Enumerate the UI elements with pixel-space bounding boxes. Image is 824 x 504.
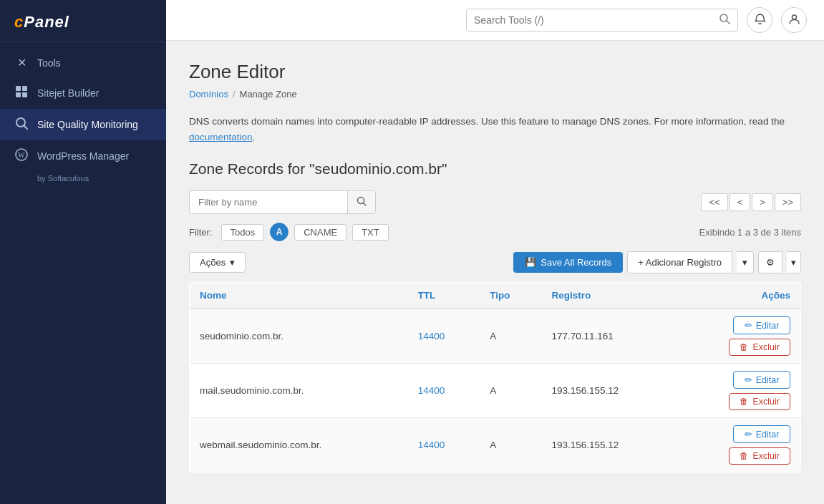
ttl-link[interactable]: 14400 (418, 331, 445, 341)
add-record-button[interactable]: + Adicionar Registro (627, 251, 732, 273)
bell-icon (754, 13, 766, 28)
sidebar: cPanel ✕ Tools Sitejet Builder Site Qual… (0, 0, 166, 504)
right-actions: 💾 Save All Records + Adicionar Registro … (513, 251, 801, 273)
search-container (466, 9, 738, 32)
sitejet-icon (14, 85, 29, 101)
filter-input[interactable] (190, 192, 347, 213)
search-icon (719, 14, 730, 26)
delete-icon: 🗑 (740, 397, 749, 407)
sidebar-nav: ✕ Tools Sitejet Builder Site Quality Mon… (0, 42, 166, 190)
gear-dropdown-icon: ▾ (791, 257, 796, 268)
zone-records-title: Zone Records for "seudominio.com.br" (189, 160, 801, 178)
documentation-link[interactable]: documentation (189, 132, 253, 142)
sidebar-item-label: WordPress Manager (37, 150, 129, 162)
filter-left (189, 190, 376, 214)
user-button[interactable] (781, 7, 807, 33)
edit-icon: ✏ (745, 320, 752, 331)
add-record-dropdown-button[interactable]: ▾ (737, 251, 754, 273)
sidebar-item-sitejet[interactable]: Sitejet Builder (0, 77, 166, 109)
edit-label: Editar (756, 375, 780, 385)
table-row: seudominio.com.br. 14400 A 177.70.11.161… (190, 309, 801, 364)
save-all-records-button[interactable]: 💾 Save All Records (513, 252, 623, 273)
breadcrumb-link-dominios[interactable]: Domínios (189, 89, 228, 100)
sidebar-item-label: Tools (37, 57, 61, 69)
gear-button[interactable]: ⚙ (758, 251, 782, 273)
wordpress-top-row: W WordPress Manager (14, 148, 129, 164)
save-icon: 💾 (525, 257, 536, 268)
exibindo-text: Exibindo 1 a 3 de 3 itens (699, 227, 801, 238)
delete-icon: 🗑 (740, 451, 749, 461)
pagination-next[interactable]: > (752, 193, 773, 211)
topbar (166, 0, 824, 41)
description-text: DNS converts domain names into computer-… (189, 114, 801, 145)
col-header-nome: Nome (190, 283, 408, 309)
cell-registro: 177.70.11.161 (542, 309, 676, 364)
delete-button[interactable]: 🗑 Excluir (729, 339, 790, 356)
cell-acoes: ✏ Editar 🗑 Excluir (676, 364, 801, 418)
table-body: seudominio.com.br. 14400 A 177.70.11.161… (190, 309, 801, 472)
sidebar-item-tools[interactable]: ✕ Tools (0, 48, 166, 77)
cell-nome: webmail.seudominio.com.br. (190, 418, 408, 472)
add-record-label: + Adicionar Registro (638, 257, 722, 268)
save-all-label: Save All Records (541, 257, 611, 268)
acoes-chevron-icon: ▾ (230, 257, 235, 268)
cell-nome: seudominio.com.br. (190, 309, 408, 364)
acoes-label: Ações (200, 257, 226, 268)
pagination-prev[interactable]: < (730, 193, 751, 211)
cell-tipo: A (480, 418, 541, 472)
cell-tipo: A (480, 309, 541, 364)
cell-ttl: 14400 (408, 309, 480, 364)
ttl-link[interactable]: 14400 (418, 440, 445, 450)
acoes-button[interactable]: Ações ▾ (189, 252, 246, 273)
svg-line-9 (727, 21, 730, 24)
gear-dropdown-button[interactable]: ▾ (787, 251, 801, 273)
search-input[interactable] (474, 9, 719, 31)
edit-label: Editar (756, 430, 780, 440)
sidebar-item-wordpress[interactable]: W WordPress Manager by Softaculous (0, 140, 166, 190)
cell-ttl: 14400 (408, 364, 480, 418)
cell-tipo: A (480, 364, 541, 418)
col-header-registro: Registro (542, 283, 676, 309)
edit-button[interactable]: ✏ Editar (733, 425, 790, 443)
filter-row: << < > >> (189, 190, 801, 214)
cell-ttl: 14400 (408, 418, 480, 472)
cell-acoes: ✏ Editar 🗑 Excluir (676, 309, 801, 364)
svg-text:W: W (18, 151, 25, 159)
filter-search-button[interactable] (347, 191, 375, 213)
search-icon-button[interactable] (719, 13, 730, 27)
col-header-tipo: Tipo (480, 283, 541, 309)
svg-line-5 (24, 126, 28, 130)
table-row: mail.seudominio.com.br. 14400 A 193.156.… (190, 364, 801, 418)
wordpress-icon: W (14, 148, 29, 164)
delete-button[interactable]: 🗑 Excluir (729, 447, 790, 465)
main-content: Zone Editor Domínios / Manage Zone DNS c… (166, 0, 824, 504)
breadcrumb: Domínios / Manage Zone (189, 89, 801, 100)
col-header-acoes: Ações (676, 283, 801, 309)
delete-label: Excluir (752, 342, 780, 352)
add-record-dropdown-icon: ▾ (742, 257, 747, 268)
edit-button[interactable]: ✏ Editar (733, 316, 790, 334)
filter-tag-cname[interactable]: CNAME (294, 224, 346, 241)
filter-label: Filter: (189, 227, 213, 238)
edit-icon: ✏ (745, 374, 752, 385)
pagination-first[interactable]: << (701, 193, 727, 211)
delete-label: Excluir (752, 397, 780, 407)
breadcrumb-current: Manage Zone (240, 89, 297, 100)
row-actions: ✏ Editar 🗑 Excluir (686, 316, 791, 356)
ttl-link[interactable]: 14400 (418, 385, 445, 396)
pagination-last[interactable]: >> (775, 193, 801, 211)
wordpress-sublabel: by Softaculous (14, 174, 89, 183)
bell-button[interactable] (747, 7, 772, 33)
edit-button[interactable]: ✏ Editar (733, 371, 790, 389)
filter-tag-todos[interactable]: Todos (221, 224, 265, 241)
table-row: webmail.seudominio.com.br. 14400 A 193.1… (190, 418, 801, 472)
filter-search-icon (357, 197, 367, 208)
filter-tag-txt[interactable]: TXT (352, 224, 389, 241)
table-header: Nome TTL Tipo Registro Ações (190, 283, 801, 309)
filter-input-wrapper (189, 190, 376, 214)
delete-button[interactable]: 🗑 Excluir (729, 393, 790, 410)
filter-tags-left: Filter: Todos A CNAME TXT (189, 223, 389, 241)
filter-tag-a[interactable]: A (270, 223, 289, 241)
svg-rect-2 (16, 92, 21, 97)
sidebar-item-site-quality[interactable]: Site Quality Monitoring (0, 109, 166, 140)
